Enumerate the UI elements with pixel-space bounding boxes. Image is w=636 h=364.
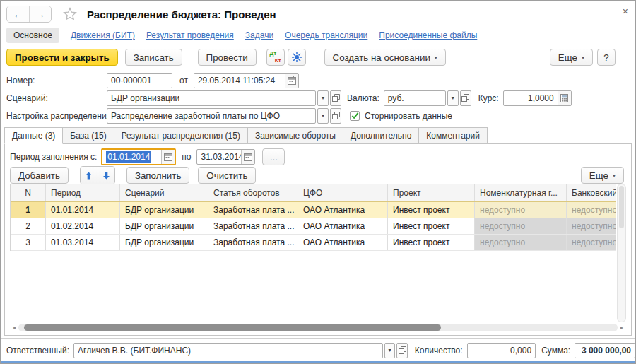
calendar-icon[interactable] (285, 74, 298, 88)
calendar-icon[interactable] (241, 150, 254, 164)
col-header-cfo[interactable]: ЦФО (298, 184, 388, 201)
more-button[interactable]: Еще▾ (550, 49, 593, 66)
clear-button[interactable]: Очистить (198, 167, 256, 184)
col-header-scenario[interactable]: Сценарий (120, 184, 208, 201)
number-field[interactable]: 00-000001 (107, 73, 172, 88)
col-header-project[interactable]: Проект (388, 184, 475, 201)
tab-comment[interactable]: Комментарий (419, 127, 488, 143)
col-header-nomgroup[interactable]: Номенклатурная г... (475, 184, 567, 201)
lamp-icon[interactable] (288, 49, 306, 66)
calculator-icon[interactable] (558, 91, 571, 105)
scroll-left-icon[interactable]: ◄ (10, 325, 18, 330)
scroll-right-icon[interactable]: ► (618, 325, 626, 330)
period-more-button[interactable]: ... (262, 148, 285, 165)
cell-project[interactable]: Инвест проект (388, 235, 475, 250)
distribution-setting-field[interactable]: Распределение заработной платы по ЦФО (107, 108, 316, 124)
responsible-label: Ответственный: (6, 346, 69, 356)
calendar-icon[interactable] (161, 150, 175, 164)
currency-dropdown-icon[interactable]: ▾ (447, 90, 459, 106)
cell-n[interactable]: 2 (11, 218, 46, 234)
document-date-field[interactable]: 29.05.2014 11:05:24 (194, 73, 299, 88)
add-row-button[interactable]: Добавить (10, 167, 69, 184)
help-button[interactable]: ? (597, 49, 616, 66)
col-header-period[interactable]: Период (46, 184, 120, 201)
reverse-data-checkbox[interactable] (350, 111, 360, 121)
setting-dropdown-icon[interactable]: ▾ (317, 108, 329, 124)
table-row[interactable]: 2 01.02.2014 БДР организации Заработная … (11, 218, 616, 235)
cell-n[interactable]: 1 (11, 202, 46, 218)
cell-item[interactable]: Заработная плата ... (208, 202, 298, 218)
scenario-dropdown-icon[interactable]: ▾ (317, 90, 329, 106)
table-row-selected[interactable]: 1 01.01.2014 БДР организации Заработная … (11, 201, 616, 218)
cell-n[interactable]: 3 (11, 235, 46, 250)
chevron-down-icon: ▾ (613, 172, 616, 179)
responsible-field[interactable]: Агличев В.В. (БИТ.ФИНАНС) (73, 343, 383, 358)
horizontal-scrollbar-track[interactable] (18, 324, 618, 331)
col-header-bank[interactable]: Банковский сч (567, 184, 616, 201)
cell-item[interactable]: Заработная плата ... (208, 218, 298, 234)
cell-cfo[interactable]: ОАО Атлантика (298, 235, 388, 250)
sum-field[interactable]: 3 000 000,00 (575, 343, 635, 358)
scenario-open-icon[interactable] (330, 90, 341, 106)
rate-label: Курс: (478, 93, 499, 103)
number-label: Номер: (6, 76, 107, 86)
tab-distribution-result[interactable]: Результат распределения (15) (114, 127, 248, 143)
cell-scenario[interactable]: БДР организации (120, 235, 208, 250)
nav-link-translation-queue[interactable]: Очередь трансляции (285, 30, 367, 40)
scenario-field[interactable]: БДР организации (107, 90, 316, 106)
cell-scenario[interactable]: БДР организации (120, 218, 208, 234)
create-based-on-button[interactable]: Создать на основании▾ (324, 49, 446, 66)
table-row[interactable]: 3 01.03.2014 БДР организации Заработная … (11, 235, 616, 251)
forward-button[interactable]: → (29, 6, 51, 22)
tab-data[interactable]: Данные (3) (4, 127, 63, 144)
move-down-button[interactable] (98, 167, 114, 184)
favorite-star-icon[interactable] (63, 7, 77, 21)
col-header-item[interactable]: Статья оборотов (208, 184, 298, 201)
responsible-open-icon[interactable] (396, 343, 408, 358)
history-nav: ← → (6, 6, 52, 23)
cell-project[interactable]: Инвест проект (388, 202, 475, 218)
close-icon[interactable]: × (623, 6, 628, 16)
nav-link-attached-files[interactable]: Присоединенные файлы (379, 30, 477, 40)
cell-project[interactable]: Инвест проект (388, 218, 475, 234)
tab-additional[interactable]: Дополнительно (343, 127, 419, 143)
cell-period[interactable]: 01.02.2014 (46, 218, 120, 234)
nav-links-row: Основное Движения (БИТ) Результат провед… (1, 26, 635, 44)
move-up-button[interactable] (81, 167, 98, 184)
horizontal-scrollbar[interactable]: ◄ ► (10, 323, 626, 332)
currency-open-icon[interactable] (460, 90, 471, 106)
tab-main[interactable]: Основное (6, 28, 59, 43)
fill-button[interactable]: Заполнить (126, 167, 189, 184)
setting-open-icon[interactable] (330, 108, 341, 124)
period-from-field[interactable]: 01.01.2014 (101, 148, 176, 165)
cell-period[interactable]: 01.03.2014 (46, 235, 120, 250)
period-to-field[interactable]: 31.03.2014 (196, 149, 255, 165)
nav-link-posting-result[interactable]: Результат проведения (146, 30, 234, 40)
cell-period[interactable]: 01.01.2014 (46, 202, 120, 218)
dt-kt-entries-icon[interactable]: Дт Кт (266, 49, 285, 66)
post-and-close-button[interactable]: Провести и закрыть (6, 49, 118, 66)
cell-scenario[interactable]: БДР организации (120, 202, 208, 218)
col-header-n[interactable]: N (11, 184, 46, 201)
cell-item[interactable]: Заработная плата ... (208, 235, 298, 250)
quantity-label: Количество: (415, 346, 463, 356)
horizontal-scrollbar-thumb[interactable] (24, 324, 441, 331)
vertical-scrollbar[interactable] (617, 184, 626, 322)
cell-cfo[interactable]: ОАО Атлантика (298, 202, 388, 218)
table-more-button[interactable]: Еще▾ (581, 167, 624, 184)
nav-link-movements[interactable]: Движения (БИТ) (71, 30, 135, 40)
rate-field[interactable]: 1,0000 (503, 90, 572, 106)
back-button[interactable]: ← (7, 6, 29, 22)
number-row: Номер: 00-000001 от 29.05.2014 11:05:24 (6, 72, 635, 88)
vertical-scrollbar-thumb[interactable] (619, 186, 624, 228)
currency-field[interactable]: руб. (384, 90, 446, 106)
cell-cfo[interactable]: ОАО Атлантика (298, 218, 388, 234)
responsible-dropdown-icon[interactable]: ▾ (384, 343, 396, 358)
write-button[interactable]: Записать (125, 49, 182, 66)
reverse-data-label: Сторнировать данные (365, 111, 452, 121)
post-button[interactable]: Провести (198, 49, 257, 66)
tab-dependent-turnovers[interactable]: Зависимые обороты (248, 127, 343, 143)
nav-link-tasks[interactable]: Задачи (245, 30, 273, 40)
tab-base[interactable]: База (15) (63, 127, 114, 143)
quantity-field[interactable]: 0,000 (467, 343, 536, 358)
